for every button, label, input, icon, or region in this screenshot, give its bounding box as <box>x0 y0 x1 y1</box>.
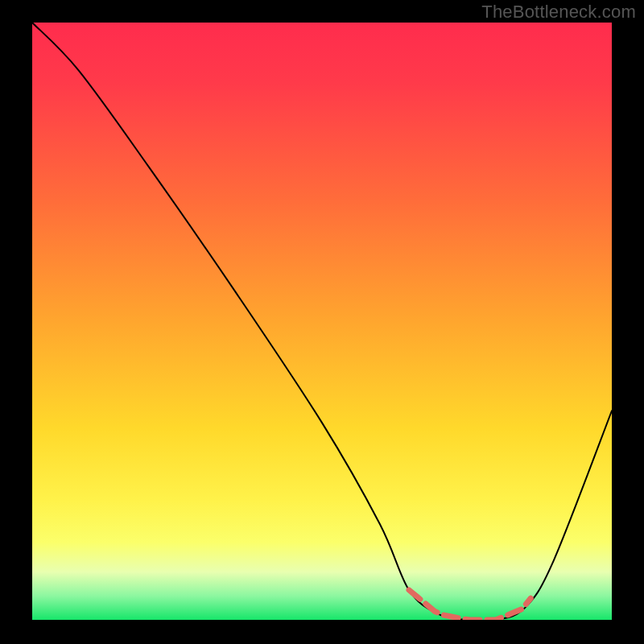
chart-plot <box>32 23 612 620</box>
chart-frame <box>32 23 612 620</box>
bottleneck-curve-line <box>32 23 612 620</box>
watermark-text: TheBottleneck.com <box>481 2 636 23</box>
optimal-range-highlight <box>409 590 530 620</box>
